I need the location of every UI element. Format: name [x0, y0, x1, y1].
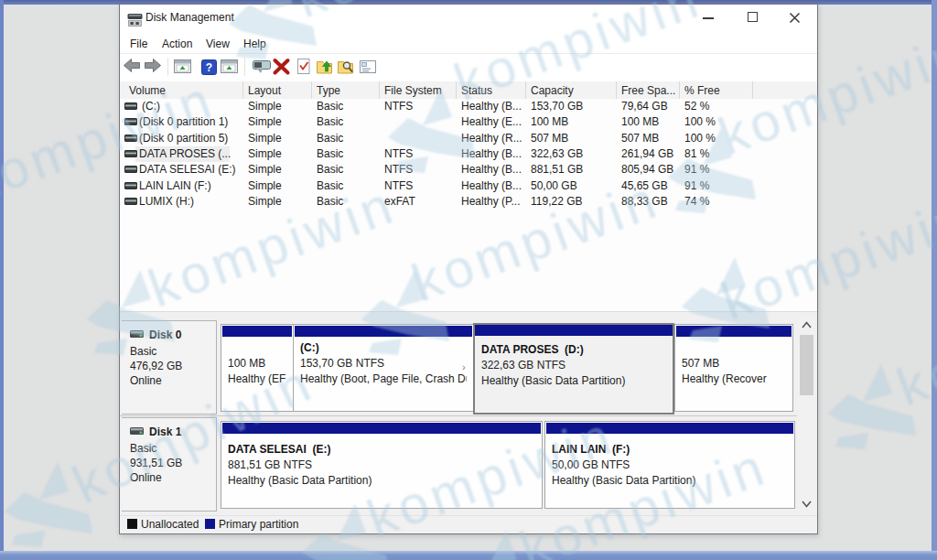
svg-text:kompiwin: kompiwin — [889, 273, 937, 416]
svg-text:?: ? — [206, 61, 212, 74]
